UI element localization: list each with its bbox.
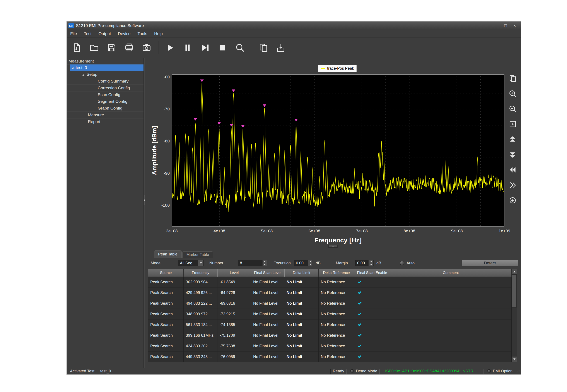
continue-button[interactable] — [198, 40, 212, 56]
menu-help[interactable]: Help — [151, 30, 166, 38]
run-button[interactable] — [163, 40, 177, 56]
tree-item-config-summary[interactable]: Config Summary — [67, 78, 144, 85]
cell-delta-reference: No Reference — [319, 341, 354, 351]
scroll-up-button[interactable] — [512, 269, 517, 275]
zoom-out-icon — [508, 105, 517, 113]
tree-item-measure[interactable]: Measure — [67, 112, 144, 118]
minimize-button[interactable]: – — [492, 23, 501, 29]
tree-item-report[interactable]: Report — [67, 118, 144, 125]
table-scrollbar[interactable] — [512, 269, 517, 362]
excursion-spinner[interactable] — [308, 260, 313, 266]
detect-button[interactable]: Detect — [462, 260, 518, 266]
spin-down-button[interactable] — [369, 263, 373, 266]
scroll-up-button[interactable] — [508, 135, 517, 144]
final-scan-enable-checkbox[interactable] — [358, 344, 361, 347]
table-row[interactable]: Peak Search 424.833 262 ... -75.7608 No … — [148, 341, 512, 351]
column-header-level[interactable]: Level — [217, 269, 251, 277]
maximize-button[interactable]: □ — [501, 23, 510, 29]
export-button[interactable] — [274, 40, 288, 56]
final-scan-enable-checkbox[interactable] — [358, 354, 361, 358]
new-measurement-button[interactable] — [70, 40, 84, 56]
save-button[interactable] — [105, 40, 119, 56]
column-header-comment[interactable]: Comment — [390, 269, 512, 277]
column-header-final-scan-enable[interactable]: Final Scan Enable — [354, 269, 390, 277]
spin-down-button[interactable] — [262, 263, 267, 266]
spin-up-button[interactable] — [308, 260, 313, 263]
spin-down-button[interactable] — [308, 263, 313, 266]
scroll-down-button[interactable] — [508, 150, 517, 159]
open-folder-button[interactable] — [87, 40, 101, 56]
scroll-left-button[interactable] — [508, 166, 517, 174]
tree-item-scan-config[interactable]: Scan Config — [67, 91, 144, 98]
table-splitter-handle[interactable] — [328, 245, 338, 248]
copy-graph-button[interactable] — [256, 40, 270, 56]
menu-bar: File Test Output Device Tools Help — [67, 30, 521, 38]
final-scan-enable-checkbox[interactable] — [358, 322, 361, 326]
final-scan-enable-checkbox[interactable] — [358, 290, 361, 294]
title-bar[interactable]: EMI S1210 EMI Pre-compliance Software – … — [67, 22, 521, 30]
margin-spinner[interactable] — [369, 260, 373, 266]
splitter-collapse-button[interactable] — [144, 195, 145, 205]
column-header-delta-reference[interactable]: Delta Reference — [319, 269, 354, 277]
expander-icon[interactable] — [72, 67, 74, 69]
tab-marker-table[interactable]: Marker Table — [182, 251, 213, 258]
final-scan-enable-checkbox[interactable] — [358, 333, 361, 336]
final-scan-enable-checkbox[interactable] — [358, 312, 361, 315]
tree-item-graph-config[interactable]: Graph Config — [67, 105, 144, 112]
table-row[interactable]: Peak Search 494.833 222 ... -69.6316 No … — [148, 298, 512, 309]
app-icon: EMI — [68, 23, 74, 28]
table-row[interactable]: Peak Search 362.999 964 ... -61.8549 No … — [148, 277, 512, 287]
menu-device[interactable]: Device — [115, 30, 134, 38]
print-button[interactable] — [122, 40, 136, 56]
column-header-final-scan-level[interactable]: Final Scan Level — [251, 269, 284, 277]
number-spinner[interactable] — [262, 260, 267, 266]
screenshot-button[interactable] — [140, 40, 153, 56]
table-row[interactable]: Peak Search 399.166 61MHz -75.1709 No Fi… — [148, 330, 512, 341]
menu-output[interactable]: Output — [95, 30, 114, 38]
chevron-down-icon — [513, 358, 516, 360]
copy-chart-button[interactable] — [508, 74, 517, 83]
tree-item-correction-config[interactable]: Correction Config — [67, 85, 144, 91]
tab-peak-table[interactable]: Peak Table — [154, 251, 182, 258]
auto-radio[interactable] — [400, 261, 404, 265]
spin-up-button[interactable] — [369, 260, 373, 263]
tree-item-segment-config[interactable]: Segment Config — [67, 98, 144, 105]
scroll-down-button[interactable] — [512, 356, 517, 362]
menu-file[interactable]: File — [67, 30, 80, 38]
search-button[interactable] — [233, 40, 247, 56]
table-row[interactable]: Peak Search 429.499 926 ... -64.9728 No … — [148, 287, 512, 298]
final-scan-enable-checkbox[interactable] — [358, 280, 361, 283]
zoom-in-button[interactable] — [508, 89, 517, 98]
zoom-fit-button[interactable] — [508, 120, 517, 128]
excursion-input[interactable] — [294, 260, 308, 266]
column-header-source[interactable]: Source — [148, 269, 184, 277]
close-button[interactable]: × — [510, 23, 519, 29]
tree-item-setup[interactable]: Setup — [67, 71, 144, 78]
margin-input[interactable] — [355, 260, 369, 266]
zoom-out-button[interactable] — [508, 105, 517, 113]
table-row[interactable]: Peak Search 561.333 184 ... -74.1385 No … — [148, 320, 512, 330]
table-row[interactable]: Peak Search 348.999 972 ... -73.9215 No … — [148, 309, 512, 320]
resize-grip[interactable] — [516, 369, 520, 374]
expander-icon[interactable] — [82, 74, 84, 76]
number-input[interactable] — [238, 260, 262, 266]
spin-up-button[interactable] — [262, 260, 267, 263]
mode-dropdown[interactable]: All Seg — [178, 260, 204, 266]
pause-button[interactable] — [180, 40, 194, 56]
scrollbar-track[interactable] — [512, 275, 517, 356]
scroll-right-button[interactable] — [508, 181, 517, 189]
stop-button[interactable] — [215, 40, 229, 56]
table-row[interactable]: Peak Search 449.333 248 ... -76.0959 No … — [148, 351, 512, 362]
menu-tools[interactable]: Tools — [134, 30, 151, 38]
add-marker-button[interactable] — [508, 196, 517, 205]
scrollbar-thumb[interactable] — [512, 275, 517, 308]
column-header-frequency[interactable]: Frequency — [184, 269, 217, 277]
column-header-delta-limit[interactable]: Delta Limit — [284, 269, 319, 277]
dropdown-arrow-button[interactable] — [198, 260, 203, 266]
tree-item-test-0[interactable]: test_0 — [67, 64, 144, 71]
cell-delta-limit: No Limit — [284, 309, 319, 320]
panel-splitter[interactable] — [144, 58, 145, 368]
menu-test[interactable]: Test — [80, 30, 95, 38]
spectrum-plot[interactable] — [172, 74, 504, 226]
final-scan-enable-checkbox[interactable] — [358, 301, 361, 305]
